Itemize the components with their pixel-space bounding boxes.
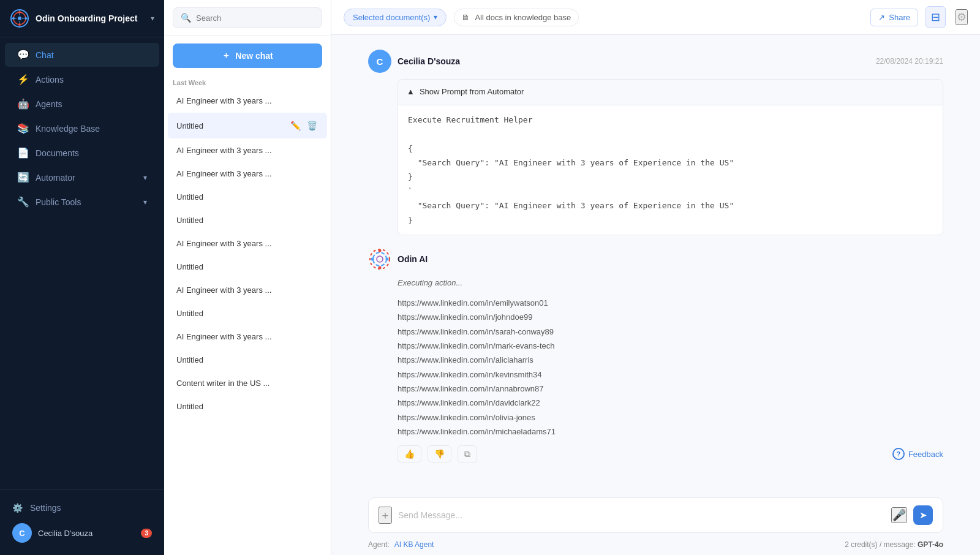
send-icon: ➤ xyxy=(919,510,927,521)
link-item[interactable]: https://www.linkedin.com/in/kevinsmith34 xyxy=(398,368,943,382)
message-header-ai: Odin AI xyxy=(368,247,943,271)
message-input[interactable] xyxy=(398,510,885,520)
settings-label: Settings xyxy=(30,503,61,513)
chat-input-area: ＋ 🎤 ➤ xyxy=(331,490,980,538)
search-icon: 🔍 xyxy=(181,13,191,23)
link-item[interactable]: https://www.linkedin.com/in/annabrown87 xyxy=(398,382,943,396)
list-item[interactable]: Untitled xyxy=(168,349,327,371)
list-item[interactable]: Untitled xyxy=(168,209,327,232)
sidebar-item-public-tools-label: Public Tools xyxy=(36,197,81,207)
thumbs-down-button[interactable]: 👎 xyxy=(428,445,451,462)
sidebar-item-public-tools[interactable]: 🔧 Public Tools ▾ xyxy=(5,190,159,214)
automator-icon: 🔄 xyxy=(17,172,28,183)
list-item[interactable]: Untitled xyxy=(168,302,327,325)
prompt-body: Execute Recruitment Helper { "Search Que… xyxy=(398,105,943,235)
list-item[interactable]: Untitled xyxy=(168,255,327,278)
search-input[interactable] xyxy=(196,13,314,23)
sidebar: Odin Onboarding Project ▾ 💬 Chat ⚡ Actio… xyxy=(0,0,164,555)
panel-icon: ⊟ xyxy=(931,11,940,23)
sidebar-item-knowledge-base[interactable]: 📚 Knowledge Base xyxy=(5,116,159,140)
panel-toggle-button[interactable]: ⊟ xyxy=(925,6,946,28)
chat-footer: Agent: AI KB Agent 2 credit(s) / message… xyxy=(331,538,980,555)
notification-badge[interactable]: 3 xyxy=(141,529,152,538)
copy-icon: ⧉ xyxy=(464,449,470,459)
feedback-circle-icon: ? xyxy=(892,448,905,460)
sidebar-item-actions-label: Actions xyxy=(36,75,64,85)
odin-spinner-icon xyxy=(369,248,391,270)
message-block-user: C Cecilia D'souza 22/08/2024 20:19:21 ▲ … xyxy=(368,50,943,235)
sidebar-item-agents[interactable]: 🤖 Agents xyxy=(5,92,159,116)
list-item[interactable]: AI Engineer with 3 years ... xyxy=(168,325,327,348)
share-button[interactable]: ↗ Share xyxy=(870,9,918,26)
chat-icon: 💬 xyxy=(17,49,28,61)
feedback-button[interactable]: ? Feedback xyxy=(892,448,943,460)
attach-button[interactable]: ＋ xyxy=(379,507,392,524)
link-item[interactable]: https://www.linkedin.com/in/aliciaharris xyxy=(398,353,943,367)
main-area: Selected document(s) ▾ 🗎 All docs in kno… xyxy=(331,0,980,555)
svg-point-4 xyxy=(18,17,21,20)
chat-settings-button[interactable]: ⚙ xyxy=(956,9,968,25)
new-chat-button[interactable]: ＋ New chat xyxy=(173,43,322,68)
agent-link[interactable]: AI KB Agent xyxy=(394,540,434,549)
send-button[interactable]: ➤ xyxy=(913,505,933,525)
list-item[interactable]: AI Engineer with 3 years ... xyxy=(168,279,327,301)
list-item[interactable]: AI Engineer with 3 years ... xyxy=(168,139,327,162)
public-tools-icon: 🔧 xyxy=(17,196,28,208)
credits-info: 2 credit(s) / message: GPT-4o xyxy=(845,540,943,549)
public-tools-chevron-icon: ▾ xyxy=(143,198,147,206)
sidebar-item-chat[interactable]: 💬 Chat xyxy=(5,43,159,67)
copy-button[interactable]: ⧉ xyxy=(458,445,477,463)
link-item[interactable]: https://www.linkedin.com/in/davidclark22 xyxy=(398,396,943,410)
link-item[interactable]: https://www.linkedin.com/in/emilywatson0… xyxy=(398,296,943,310)
delete-chat-button[interactable]: 🗑️ xyxy=(306,119,318,132)
link-item[interactable]: https://www.linkedin.com/in/olivia-jones xyxy=(398,410,943,425)
user-row: C Cecilia D'souza 3 xyxy=(5,518,159,548)
message-header-user: C Cecilia D'souza 22/08/2024 20:19:21 xyxy=(368,50,943,73)
executing-text: Executing action... xyxy=(398,277,943,290)
list-item[interactable]: AI Engineer with 3 years ... xyxy=(168,232,327,255)
sidebar-header: Odin Onboarding Project ▾ xyxy=(0,0,164,37)
agents-icon: 🤖 xyxy=(17,98,28,110)
link-item[interactable]: https://www.linkedin.com/in/mark-evans-t… xyxy=(398,339,943,353)
list-item[interactable]: AI Engineer with 3 years ... xyxy=(168,89,327,112)
message-block-ai: Odin AI Executing action... https://www.… xyxy=(368,247,943,463)
settings-item[interactable]: ⚙️ Settings xyxy=(5,497,159,518)
link-item[interactable]: https://www.linkedin.com/in/sarah-conway… xyxy=(398,325,943,339)
svg-point-5 xyxy=(18,11,21,13)
svg-point-15 xyxy=(371,257,374,260)
user-message-content: ▲ Show Prompt from Automator Execute Rec… xyxy=(398,79,943,235)
ai-message-content: Executing action... https://www.linkedin… xyxy=(398,277,943,439)
documents-icon: 📄 xyxy=(17,147,28,159)
rename-chat-button[interactable]: ✏️ xyxy=(289,119,302,132)
sidebar-item-documents[interactable]: 📄 Documents xyxy=(5,141,159,165)
show-prompt-header[interactable]: ▲ Show Prompt from Automator xyxy=(398,80,943,105)
selected-docs-label: Selected document(s) xyxy=(353,13,430,22)
sidebar-item-automator[interactable]: 🔄 Automator ▾ xyxy=(5,165,159,189)
list-item[interactable]: Untitled ✏️ 🗑️ xyxy=(168,113,327,138)
list-item[interactable]: Untitled xyxy=(168,186,327,208)
chat-list: AI Engineer with 3 years ... Untitled ✏️… xyxy=(164,89,331,555)
document-icon: 🗎 xyxy=(462,13,470,22)
all-docs-button[interactable]: 🗎 All docs in knowledge base xyxy=(454,9,579,26)
prompt-chevron-icon: ▲ xyxy=(407,86,415,99)
list-item[interactable]: AI Engineer with 3 years ... xyxy=(168,162,327,185)
chat-section-label: Last Week xyxy=(164,75,331,89)
link-item[interactable]: https://www.linkedin.com/in/johndoe99 xyxy=(398,310,943,324)
chat-list-panel: 🔍 ＋ New chat Last Week AI Engineer with … xyxy=(164,0,331,555)
svg-point-11 xyxy=(377,256,383,262)
link-item[interactable]: https://www.linkedin.com/in/michaeladams… xyxy=(398,425,943,439)
chat-item-actions: ✏️ 🗑️ xyxy=(289,119,318,132)
list-item[interactable]: Content writer in the US ... xyxy=(168,372,327,395)
sidebar-item-actions[interactable]: ⚡ Actions xyxy=(5,67,159,91)
list-item[interactable]: Untitled xyxy=(168,395,327,418)
selected-documents-button[interactable]: Selected document(s) ▾ xyxy=(344,9,447,26)
thumbs-up-button[interactable]: 👍 xyxy=(398,445,421,462)
search-box[interactable]: 🔍 xyxy=(173,7,322,28)
linkedin-links: https://www.linkedin.com/in/emilywatson0… xyxy=(398,296,943,439)
sidebar-chevron-icon[interactable]: ▾ xyxy=(151,14,154,23)
sidebar-item-kb-label: Knowledge Base xyxy=(36,124,100,134)
user-message-sender: Cecilia D'souza xyxy=(398,56,870,66)
user-message-timestamp: 22/08/2024 20:19:21 xyxy=(876,57,943,66)
svg-point-12 xyxy=(379,249,382,252)
voice-button[interactable]: 🎤 xyxy=(891,507,907,523)
